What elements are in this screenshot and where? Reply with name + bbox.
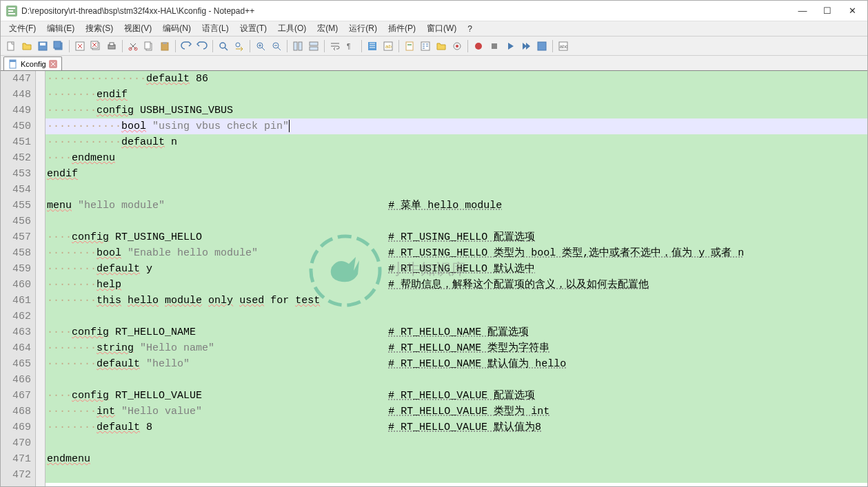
wrap-icon[interactable] bbox=[327, 39, 343, 54]
line-number[interactable]: 458 bbox=[1, 245, 31, 261]
line-number[interactable]: 472 bbox=[1, 467, 31, 483]
udl-icon[interactable]: ab bbox=[381, 39, 396, 54]
code-line[interactable] bbox=[46, 467, 867, 483]
zoom-in-icon[interactable] bbox=[253, 39, 268, 54]
line-number[interactable]: 466 bbox=[1, 372, 31, 388]
code-line[interactable] bbox=[46, 182, 867, 198]
tab-close-icon[interactable] bbox=[49, 60, 57, 68]
play-multi-icon[interactable] bbox=[518, 39, 534, 54]
menu-run[interactable]: 运行(R) bbox=[343, 21, 383, 36]
line-number[interactable]: 454 bbox=[1, 182, 31, 198]
line-number[interactable]: 468 bbox=[1, 404, 31, 419]
menu-view[interactable]: 视图(V) bbox=[119, 21, 157, 36]
code-line[interactable] bbox=[46, 309, 867, 324]
minimize-button[interactable]: — bbox=[793, 4, 812, 18]
save-all-icon[interactable] bbox=[51, 39, 66, 54]
line-number[interactable]: 456 bbox=[1, 214, 31, 229]
cut-icon[interactable] bbox=[125, 39, 141, 54]
code-line[interactable] bbox=[46, 372, 867, 388]
close-all-icon[interactable] bbox=[88, 39, 103, 54]
stop-icon[interactable] bbox=[487, 39, 502, 54]
show-all-icon[interactable]: ¶ bbox=[343, 39, 359, 54]
code-line[interactable]: endif bbox=[46, 166, 867, 182]
find-icon[interactable] bbox=[216, 39, 231, 54]
zoom-out-icon[interactable] bbox=[269, 39, 284, 54]
code-line[interactable]: endmenu bbox=[46, 451, 867, 467]
line-numbers[interactable]: 4474484494504514524534544554564574584594… bbox=[1, 71, 36, 486]
save-icon[interactable] bbox=[35, 39, 50, 54]
menu-file[interactable]: 文件(F) bbox=[3, 21, 41, 36]
code-line[interactable]: ············default n bbox=[46, 134, 867, 150]
code-content[interactable]: ················default 86········endif·… bbox=[46, 71, 867, 486]
sync-v-icon[interactable] bbox=[290, 39, 305, 54]
code-line[interactable]: ········this hello module only used for … bbox=[46, 293, 867, 309]
titlebar[interactable]: D:\repository\rt-thread\bsp\stm32f4xx-HA… bbox=[1, 1, 867, 21]
monitor-icon[interactable] bbox=[450, 39, 465, 54]
code-line[interactable]: ····config RT_HELLO_VALUE # RT_HELLO_VAL… bbox=[46, 388, 867, 404]
code-line[interactable]: ····endmenu bbox=[46, 150, 867, 166]
menu-language[interactable]: 语言(L) bbox=[196, 21, 234, 36]
menu-tools[interactable]: 工具(O) bbox=[272, 21, 312, 36]
sync-h-icon[interactable] bbox=[306, 39, 321, 54]
code-line[interactable]: ········string "Hello name" # RT_HELLO_N… bbox=[46, 340, 867, 356]
maximize-button[interactable]: ☐ bbox=[818, 4, 837, 18]
line-number[interactable]: 447 bbox=[1, 71, 31, 87]
save-macro-icon[interactable] bbox=[534, 39, 549, 54]
code-line[interactable]: ········endif bbox=[46, 87, 867, 103]
code-line[interactable] bbox=[46, 214, 867, 229]
tab-kconfig[interactable]: Kconfig bbox=[3, 56, 62, 70]
menu-edit[interactable]: 编辑(E) bbox=[41, 21, 80, 36]
line-number[interactable]: 464 bbox=[1, 340, 31, 356]
code-line[interactable]: ····config RT_USING_HELLO # RT_USING_HEL… bbox=[46, 229, 867, 245]
line-number[interactable]: 451 bbox=[1, 134, 31, 150]
spell-check-icon[interactable]: abc bbox=[556, 39, 571, 54]
folder-workspace-icon[interactable] bbox=[434, 39, 449, 54]
line-number[interactable]: 461 bbox=[1, 293, 31, 309]
line-number[interactable]: 460 bbox=[1, 277, 31, 293]
menu-settings[interactable]: 设置(T) bbox=[234, 21, 272, 36]
menu-macro[interactable]: 宏(M) bbox=[312, 21, 343, 36]
line-number[interactable]: 463 bbox=[1, 324, 31, 340]
line-number[interactable]: 452 bbox=[1, 150, 31, 166]
line-number[interactable]: 465 bbox=[1, 356, 31, 372]
line-number[interactable]: 459 bbox=[1, 261, 31, 277]
line-number[interactable]: 448 bbox=[1, 87, 31, 103]
fold-column[interactable] bbox=[36, 71, 46, 486]
line-number[interactable]: 449 bbox=[1, 103, 31, 118]
line-number[interactable]: 469 bbox=[1, 419, 31, 435]
copy-icon[interactable] bbox=[141, 39, 157, 54]
line-number[interactable]: 471 bbox=[1, 451, 31, 467]
code-line[interactable]: ········help # 帮助信息，解释这个配置项的含义，以及如何去配置他 bbox=[46, 277, 867, 293]
play-icon[interactable] bbox=[503, 39, 518, 54]
line-number[interactable]: 457 bbox=[1, 229, 31, 245]
menu-plugins[interactable]: 插件(P) bbox=[383, 21, 421, 36]
undo-icon[interactable] bbox=[179, 39, 194, 54]
close-button[interactable]: ✕ bbox=[842, 4, 862, 18]
menu-help[interactable]: ? bbox=[462, 23, 478, 35]
line-number[interactable]: 455 bbox=[1, 198, 31, 214]
code-line[interactable]: ············bool "using vbus check pin" bbox=[46, 118, 867, 134]
doc-map-icon[interactable] bbox=[402, 39, 417, 54]
line-number[interactable]: 450 bbox=[1, 118, 31, 134]
paste-icon[interactable] bbox=[157, 39, 172, 54]
code-line[interactable]: menu "hello module" # 菜单 hello module bbox=[46, 198, 867, 214]
code-line[interactable] bbox=[46, 435, 867, 451]
code-line[interactable]: ········config USBH_USING_VBUS bbox=[46, 103, 867, 118]
code-line[interactable]: ········bool "Enable hello module" # RT_… bbox=[46, 245, 867, 261]
menu-encoding[interactable]: 编码(N) bbox=[157, 21, 196, 36]
code-line[interactable]: ········int "Hello value" # RT_HELLO_VAL… bbox=[46, 404, 867, 419]
line-number[interactable]: 470 bbox=[1, 435, 31, 451]
code-line[interactable]: ········default "hello" # RT_HELLO_NAME … bbox=[46, 356, 867, 372]
code-line[interactable]: ················default 86 bbox=[46, 71, 867, 87]
menu-search[interactable]: 搜索(S) bbox=[80, 21, 119, 36]
redo-icon[interactable] bbox=[194, 39, 210, 54]
replace-icon[interactable] bbox=[232, 39, 247, 54]
close-file-icon[interactable] bbox=[72, 39, 88, 54]
open-file-icon[interactable] bbox=[19, 39, 34, 54]
menu-window[interactable]: 窗口(W) bbox=[421, 21, 462, 36]
func-list-icon[interactable] bbox=[418, 39, 433, 54]
code-line[interactable]: ········default 8 # RT_HELLO_VALUE 默认值为8 bbox=[46, 419, 867, 435]
line-number[interactable]: 453 bbox=[1, 166, 31, 182]
record-icon[interactable] bbox=[471, 39, 486, 54]
indent-guide-icon[interactable] bbox=[365, 39, 380, 54]
